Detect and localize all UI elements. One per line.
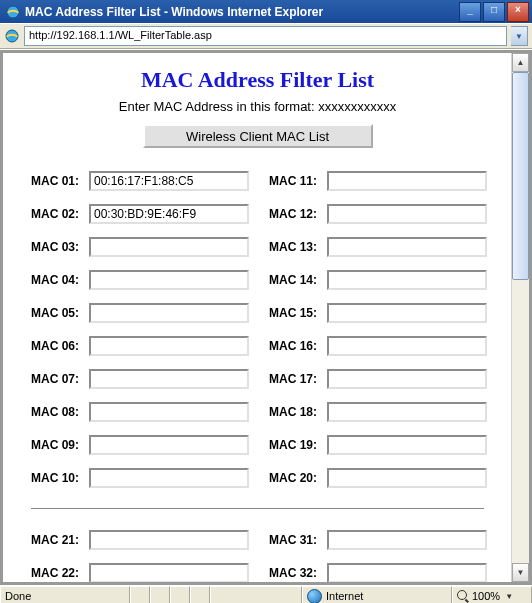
status-slot-3 bbox=[170, 586, 190, 603]
mac-label: MAC 20: bbox=[269, 471, 327, 485]
mac-input[interactable] bbox=[327, 237, 487, 257]
mac-row: MAC 04: bbox=[31, 263, 249, 296]
mac-input[interactable] bbox=[327, 336, 487, 356]
mac-label: MAC 21: bbox=[31, 533, 89, 547]
mac-input[interactable] bbox=[89, 530, 249, 550]
mac-label: MAC 01: bbox=[31, 174, 89, 188]
mac-row: MAC 11: bbox=[269, 164, 487, 197]
mac-row: MAC 12: bbox=[269, 197, 487, 230]
mac-label: MAC 18: bbox=[269, 405, 327, 419]
mac-input[interactable] bbox=[327, 468, 487, 488]
mac-input[interactable] bbox=[327, 369, 487, 389]
mac-row: MAC 31: bbox=[269, 523, 487, 556]
scroll-down-button[interactable]: ▼ bbox=[512, 563, 529, 582]
mac-row: MAC 17: bbox=[269, 362, 487, 395]
mac-label: MAC 09: bbox=[31, 438, 89, 452]
mac-col-left-1: MAC 01:MAC 02:MAC 03:MAC 04:MAC 05:MAC 0… bbox=[31, 164, 249, 494]
mac-row: MAC 08: bbox=[31, 395, 249, 428]
status-zoom[interactable]: 100% ▼ bbox=[452, 586, 532, 603]
mac-input[interactable] bbox=[327, 204, 487, 224]
mac-row: MAC 07: bbox=[31, 362, 249, 395]
page-surface: MAC Address Filter List Enter MAC Addres… bbox=[3, 53, 529, 582]
mac-col-right-1: MAC 11:MAC 12:MAC 13:MAC 14:MAC 15:MAC 1… bbox=[269, 164, 487, 494]
status-progress bbox=[210, 586, 302, 603]
mac-input[interactable] bbox=[89, 402, 249, 422]
page-icon bbox=[4, 28, 20, 44]
window-titlebar: MAC Address Filter List - Windows Intern… bbox=[0, 0, 532, 23]
scroll-track[interactable] bbox=[512, 72, 529, 563]
mac-label: MAC 17: bbox=[269, 372, 327, 386]
mac-label: MAC 08: bbox=[31, 405, 89, 419]
page-subtext: Enter MAC Address in this format: xxxxxx… bbox=[31, 99, 484, 114]
status-zone-label: Internet bbox=[326, 590, 363, 602]
mac-row: MAC 16: bbox=[269, 329, 487, 362]
mac-input[interactable] bbox=[89, 303, 249, 323]
mac-row: MAC 18: bbox=[269, 395, 487, 428]
mac-input[interactable] bbox=[89, 237, 249, 257]
mac-label: MAC 11: bbox=[269, 174, 327, 188]
mac-input[interactable] bbox=[89, 563, 249, 583]
mac-row: MAC 06: bbox=[31, 329, 249, 362]
mac-row: MAC 03: bbox=[31, 230, 249, 263]
mac-label: MAC 22: bbox=[31, 566, 89, 580]
mac-row: MAC 05: bbox=[31, 296, 249, 329]
mac-input[interactable] bbox=[89, 171, 249, 191]
mac-label: MAC 31: bbox=[269, 533, 327, 547]
mac-row: MAC 02: bbox=[31, 197, 249, 230]
mac-label: MAC 19: bbox=[269, 438, 327, 452]
mac-input[interactable] bbox=[327, 402, 487, 422]
status-zone[interactable]: Internet bbox=[302, 586, 452, 603]
address-input[interactable]: http://192.168.1.1/WL_FilterTable.asp bbox=[24, 26, 507, 46]
mac-input[interactable] bbox=[89, 204, 249, 224]
mac-input[interactable] bbox=[89, 435, 249, 455]
mac-label: MAC 04: bbox=[31, 273, 89, 287]
close-button[interactable]: × bbox=[507, 2, 529, 22]
browser-viewport: MAC Address Filter List Enter MAC Addres… bbox=[0, 49, 532, 585]
scroll-thumb[interactable] bbox=[512, 72, 529, 280]
mac-row: MAC 20: bbox=[269, 461, 487, 494]
mac-input[interactable] bbox=[327, 171, 487, 191]
section-divider bbox=[31, 508, 484, 509]
mac-label: MAC 03: bbox=[31, 240, 89, 254]
chevron-down-icon: ▼ bbox=[515, 32, 523, 41]
scroll-up-button[interactable]: ▲ bbox=[512, 53, 529, 72]
mac-row: MAC 10: bbox=[31, 461, 249, 494]
mac-label: MAC 07: bbox=[31, 372, 89, 386]
minimize-button[interactable]: _ bbox=[459, 2, 481, 22]
mac-row: MAC 19: bbox=[269, 428, 487, 461]
mac-row: MAC 32: bbox=[269, 556, 487, 582]
mac-label: MAC 16: bbox=[269, 339, 327, 353]
maximize-button[interactable]: □ bbox=[483, 2, 505, 22]
mac-input[interactable] bbox=[89, 336, 249, 356]
mac-label: MAC 15: bbox=[269, 306, 327, 320]
mac-input[interactable] bbox=[327, 563, 487, 583]
mac-col-left-2: MAC 21:MAC 22:MAC 23: bbox=[31, 523, 249, 582]
mac-row: MAC 01: bbox=[31, 164, 249, 197]
mac-section-1: MAC 01:MAC 02:MAC 03:MAC 04:MAC 05:MAC 0… bbox=[31, 164, 484, 494]
mac-row: MAC 15: bbox=[269, 296, 487, 329]
ie-icon bbox=[5, 4, 21, 20]
mac-input[interactable] bbox=[327, 530, 487, 550]
address-dropdown[interactable]: ▼ bbox=[511, 26, 528, 46]
mac-input[interactable] bbox=[89, 468, 249, 488]
mac-input[interactable] bbox=[89, 270, 249, 290]
status-text: Done bbox=[0, 586, 130, 603]
mac-input[interactable] bbox=[327, 435, 487, 455]
mac-label: MAC 14: bbox=[269, 273, 327, 287]
status-bar: Done Internet 100% ▼ bbox=[0, 585, 532, 603]
status-slot-1 bbox=[130, 586, 150, 603]
internet-zone-icon bbox=[307, 589, 322, 604]
mac-label: MAC 10: bbox=[31, 471, 89, 485]
chevron-down-icon: ▼ bbox=[505, 592, 513, 601]
page-content: MAC Address Filter List Enter MAC Addres… bbox=[3, 53, 512, 582]
mac-row: MAC 09: bbox=[31, 428, 249, 461]
zoom-level: 100% bbox=[472, 590, 500, 602]
mac-input[interactable] bbox=[327, 270, 487, 290]
wireless-client-mac-list-button[interactable]: Wireless Client MAC List bbox=[143, 124, 373, 148]
mac-input[interactable] bbox=[89, 369, 249, 389]
mac-label: MAC 02: bbox=[31, 207, 89, 221]
mac-input[interactable] bbox=[327, 303, 487, 323]
status-slot-2 bbox=[150, 586, 170, 603]
vertical-scrollbar[interactable]: ▲ ▼ bbox=[511, 53, 529, 582]
window-title: MAC Address Filter List - Windows Intern… bbox=[25, 5, 459, 19]
